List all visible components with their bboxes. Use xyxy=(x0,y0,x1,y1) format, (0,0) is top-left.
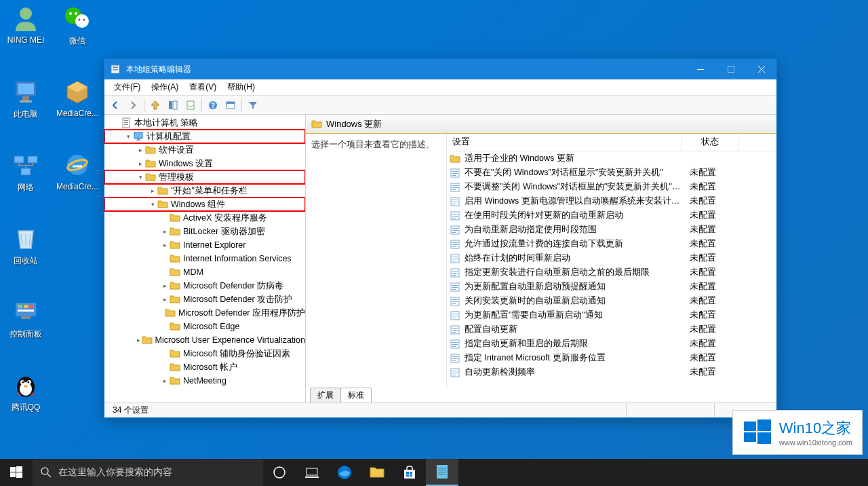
tree-item[interactable]: ▸Microsoft Defender 防病毒 xyxy=(104,279,305,293)
setting-row[interactable]: 不要调整"关闭 Windows"对话框里的"安装更新并关机"的默...未配置 xyxy=(447,180,776,194)
store-button[interactable] xyxy=(393,459,426,486)
desktop-icon[interactable]: 微信 xyxy=(52,4,103,47)
menu-item[interactable]: 帮助(H) xyxy=(222,80,260,94)
setting-state: 未配置 xyxy=(684,295,741,307)
setting-row[interactable]: 自动更新检测频率未配置 xyxy=(447,365,776,379)
forward-button[interactable] xyxy=(125,97,141,113)
menu-item[interactable]: 查看(V) xyxy=(184,80,222,94)
tree-item[interactable]: ▸NetMeeting xyxy=(104,374,305,388)
close-button[interactable] xyxy=(746,59,776,79)
tree-item[interactable]: 本地计算机 策略 xyxy=(104,116,305,130)
setting-row[interactable]: 适用于企业的 Windows 更新 xyxy=(447,151,776,166)
show-hide-button[interactable] xyxy=(165,97,181,113)
start-button[interactable] xyxy=(0,459,33,486)
tree-item[interactable]: ActiveX 安装程序服务 xyxy=(104,211,305,225)
filter-button[interactable] xyxy=(245,97,261,113)
tab-extended[interactable]: 扩展 xyxy=(310,388,341,403)
svg-rect-79 xyxy=(452,273,458,274)
settings-list[interactable]: 设置 状态 适用于企业的 Windows 更新不要在"关闭 Windows"对话… xyxy=(447,134,776,388)
chevron-right-icon[interactable]: ▸ xyxy=(160,240,170,250)
chevron-right-icon[interactable]: ▸ xyxy=(160,227,170,236)
chevron-right-icon[interactable]: ▸ xyxy=(148,186,157,195)
tree-item[interactable]: ▸Windows 设置 xyxy=(104,157,305,170)
setting-row[interactable]: 不要在"关闭 Windows"对话框显示"安装更新并关机"未配置 xyxy=(447,166,776,180)
taskview-button[interactable] xyxy=(296,459,328,486)
chevron-right-icon[interactable]: ▸ xyxy=(160,376,170,386)
gpedit-window: 本地组策略编辑器 文件(F)操作(A)查看(V)帮助(H) ? 本地计算机 策略… xyxy=(104,58,777,418)
setting-row[interactable]: 为自动重新启动指定使用时段范围未配置 xyxy=(447,223,776,237)
tree-item[interactable]: ▾Windows 组件 xyxy=(104,198,305,211)
setting-state: 未配置 xyxy=(684,310,741,321)
titlebar[interactable]: 本地组策略编辑器 xyxy=(104,59,776,79)
tree-item[interactable]: Microsoft Edge xyxy=(104,320,305,333)
tree-item[interactable]: Internet Information Services xyxy=(104,252,305,265)
options-button[interactable] xyxy=(222,97,239,113)
desktop-icon[interactable]: 此电脑 xyxy=(0,77,52,120)
chevron-right-icon[interactable]: ▸ xyxy=(160,281,170,291)
maximize-button[interactable] xyxy=(715,59,746,79)
desktop-icon[interactable]: 控制面板 xyxy=(0,297,52,340)
tree-item[interactable]: ▸软件设置 xyxy=(104,143,305,157)
column-name[interactable]: 设置 xyxy=(447,134,682,151)
svg-rect-115 xyxy=(10,472,16,477)
setting-row[interactable]: 始终在计划的时间重新启动未配置 xyxy=(447,251,776,265)
tree-item[interactable]: ▸Microsoft User Experience Virtualizatio… xyxy=(104,333,305,347)
chevron-down-icon[interactable]: ▾ xyxy=(148,200,157,209)
tree-item[interactable]: Microsoft 辅助身份验证因素 xyxy=(104,347,305,360)
tree-item[interactable]: ▸BitLocker 驱动器加密 xyxy=(104,225,305,238)
folder-icon xyxy=(142,335,153,345)
svg-rect-82 xyxy=(452,285,458,286)
tree-item[interactable]: ▸Internet Explorer xyxy=(104,238,305,252)
export-button[interactable] xyxy=(182,97,199,113)
chevron-right-icon[interactable]: ▸ xyxy=(136,159,145,168)
chevron-right-icon[interactable]: ▸ xyxy=(136,335,142,345)
tree-item[interactable]: ▾计算机配置 xyxy=(104,130,305,143)
setting-row[interactable]: 指定自动更新和重启的最后期限未配置 xyxy=(447,337,776,351)
setting-row[interactable]: 为更新配置"需要自动重新启动"通知未配置 xyxy=(447,308,776,322)
tree-view[interactable]: 本地计算机 策略▾计算机配置▸软件设置▸Windows 设置▾管理模板▸"开始"… xyxy=(104,115,305,403)
setting-row[interactable]: 启用 Windows 更新电源管理以自动唤醒系统来安装计划的...未配置 xyxy=(447,194,776,208)
setting-row[interactable]: 关闭安装更新时的自动重新启动通知未配置 xyxy=(447,294,776,308)
desktop-icon-label: NING MEI xyxy=(7,35,45,45)
tree-item[interactable]: ▾管理模板 xyxy=(104,170,305,184)
setting-row[interactable]: 为更新配置自动重新启动预提醒通知未配置 xyxy=(447,280,776,294)
svg-rect-47 xyxy=(137,138,140,140)
desktop-icon[interactable]: 腾讯QQ xyxy=(0,371,52,413)
search-box[interactable]: 在这里输入你要搜索的内容 xyxy=(33,459,263,486)
tab-standard[interactable]: 标准 xyxy=(340,388,372,403)
menu-item[interactable]: 操作(A) xyxy=(146,80,184,94)
help-button[interactable]: ? xyxy=(205,97,221,113)
cortana-button[interactable] xyxy=(263,459,296,486)
desktop-icon[interactable]: NING MEI xyxy=(0,4,52,45)
setting-row[interactable]: 允许通过按流量计费的连接自动下载更新未配置 xyxy=(447,237,776,251)
tree-item[interactable]: ▸Microsoft Defender 攻击防护 xyxy=(104,293,305,306)
desktop-icon[interactable]: 网络 xyxy=(0,151,52,193)
minimize-button[interactable] xyxy=(685,59,715,79)
setting-row[interactable]: 配置自动更新未配置 xyxy=(447,322,776,337)
back-button[interactable] xyxy=(107,97,123,113)
chevron-right-icon[interactable]: ▸ xyxy=(160,295,170,304)
notepad-button[interactable] xyxy=(426,459,458,486)
explorer-button[interactable] xyxy=(361,459,393,486)
edge-button[interactable] xyxy=(328,459,361,486)
chevron-down-icon[interactable]: ▾ xyxy=(136,172,145,182)
setting-name: 指定 Intranet Microsoft 更新服务位置 xyxy=(463,352,684,364)
chevron-right-icon[interactable]: ▸ xyxy=(136,145,145,155)
desktop-icon[interactable]: 回收站 xyxy=(0,224,52,267)
setting-row[interactable]: 指定 Intranet Microsoft 更新服务位置未配置 xyxy=(447,351,776,365)
desktop-icon[interactable]: MediaCre... xyxy=(52,77,103,118)
tree-item[interactable]: MDM xyxy=(104,265,305,279)
menu-item[interactable]: 文件(F) xyxy=(108,80,146,94)
column-state[interactable]: 状态 xyxy=(682,134,738,151)
tree-item[interactable]: ▸"开始"菜单和任务栏 xyxy=(104,184,305,198)
setting-name: 在使用时段关闭针对更新的自动重新启动 xyxy=(463,210,684,221)
chevron-down-icon[interactable]: ▾ xyxy=(123,132,133,141)
desktop-icon[interactable]: MediaCre... xyxy=(52,151,103,191)
setting-row[interactable]: 指定更新安装进行自动重新启动之前的最后期限未配置 xyxy=(447,265,776,280)
up-button[interactable] xyxy=(147,97,163,113)
tree-item[interactable]: Microsoft 帐户 xyxy=(104,360,305,374)
setting-name: 指定更新安装进行自动重新启动之前的最后期限 xyxy=(463,267,684,278)
svg-rect-10 xyxy=(20,100,32,102)
setting-row[interactable]: 在使用时段关闭针对更新的自动重新启动未配置 xyxy=(447,208,776,223)
tree-item[interactable]: Microsoft Defender 应用程序防护 xyxy=(104,306,305,320)
